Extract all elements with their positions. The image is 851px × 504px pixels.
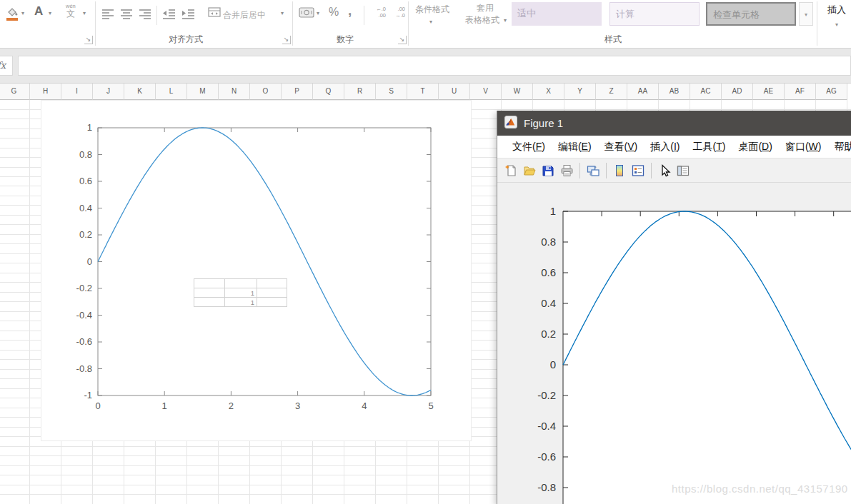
column-header-P[interactable]: P <box>282 84 313 100</box>
column-header-T[interactable]: T <box>407 84 439 100</box>
column-header-M[interactable]: M <box>187 84 219 100</box>
matlab-menu-7[interactable]: 窗口(W) <box>780 141 827 153</box>
svg-text:0.2: 0.2 <box>79 229 92 240</box>
column-header-J[interactable]: J <box>93 84 124 100</box>
watermark-text: https://blog.csdn.net/qq_43157190 <box>672 483 848 495</box>
matlab-menu-8[interactable]: 帮助(H) <box>828 141 851 153</box>
phonetic-dropdown-icon[interactable]: ▾ <box>83 10 86 16</box>
link-plot-button[interactable] <box>584 161 602 180</box>
svg-text:0.2: 0.2 <box>541 328 556 340</box>
number-group-label: 数字 <box>317 34 374 46</box>
matlab-menu-1[interactable]: 文件(F) <box>507 141 551 153</box>
svg-text:-0.2: -0.2 <box>537 389 556 401</box>
formula-input[interactable] <box>18 56 851 76</box>
overlay-table-cell <box>194 288 225 298</box>
matlab-figure-canvas[interactable]: 10.80.60.40.20-0.2-0.4-0.6-0.8 https://b… <box>497 183 851 504</box>
column-header-H[interactable]: H <box>30 84 61 100</box>
column-header-AF[interactable]: AF <box>785 84 816 100</box>
percent-style-button[interactable]: % <box>329 6 339 19</box>
column-header-X[interactable]: X <box>533 84 564 100</box>
insert-cells-button[interactable]: 插入 ▾ <box>824 4 850 28</box>
matlab-menu-2[interactable]: 编辑(E) <box>552 141 597 153</box>
overlay-table-row <box>194 279 287 288</box>
column-header-N[interactable]: N <box>219 84 250 100</box>
save-figure-button[interactable] <box>539 161 557 180</box>
increase-indent-button[interactable] <box>181 9 195 22</box>
align-center-button[interactable] <box>120 9 133 22</box>
excel-embedded-chart-object[interactable]: 01234510.80.60.40.20-0.2-0.4-0.6-0.8-1 1… <box>41 100 472 441</box>
decrease-indent-button[interactable] <box>162 9 176 22</box>
column-header-Y[interactable]: Y <box>564 84 596 100</box>
edit-plot-button[interactable] <box>655 161 674 180</box>
svg-text:1: 1 <box>550 205 556 217</box>
fill-color-dropdown-icon[interactable]: ▾ <box>21 10 24 16</box>
column-header-U[interactable]: U <box>439 84 470 100</box>
matlab-menu-3[interactable]: 查看(V) <box>599 141 644 153</box>
column-header-K[interactable]: K <box>124 84 156 100</box>
insert-function-button[interactable]: fx <box>0 56 13 76</box>
column-header-AE[interactable]: AE <box>753 84 785 100</box>
comma-style-button[interactable]: , <box>348 3 352 19</box>
matlab-menu-5[interactable]: 工具(T) <box>687 141 732 153</box>
overlay-table-row: 1 <box>194 298 287 307</box>
insert-legend-button[interactable] <box>629 161 647 180</box>
cell-styles-gallery: 适中计算检查单元格▾ <box>512 2 815 26</box>
column-header-L[interactable]: L <box>156 84 187 100</box>
cell-style-option-2[interactable]: 计算 <box>609 2 700 26</box>
formula-bar-row: fx <box>0 49 851 84</box>
column-header-I[interactable]: I <box>61 84 93 100</box>
fill-color-button[interactable] <box>4 6 20 26</box>
svg-text:0.8: 0.8 <box>79 149 92 160</box>
accounting-dropdown-icon[interactable]: ▾ <box>317 10 319 16</box>
matlab-menu-6[interactable]: 桌面(D) <box>732 141 777 153</box>
merge-center-icon[interactable] <box>208 7 221 20</box>
font-color-dropdown-icon[interactable]: ▾ <box>49 10 51 16</box>
svg-text:0.4: 0.4 <box>541 297 556 309</box>
merge-center-dropdown-icon[interactable]: ▾ <box>281 10 284 16</box>
svg-text:-0.6: -0.6 <box>537 450 556 463</box>
svg-text:-0.4: -0.4 <box>537 420 556 432</box>
toolbar-separator <box>606 163 607 178</box>
svg-text:-0.8: -0.8 <box>537 481 556 493</box>
column-header-AC[interactable]: AC <box>690 84 722 100</box>
font-color-button[interactable]: A <box>34 4 43 19</box>
merge-center-button[interactable]: 合并后居中 <box>223 9 266 21</box>
column-header-S[interactable]: S <box>376 84 407 100</box>
align-left-button[interactable] <box>101 9 114 22</box>
overlay-table-cell <box>257 279 287 288</box>
print-figure-button[interactable] <box>557 161 576 180</box>
insert-colorbar-button[interactable] <box>610 161 629 180</box>
plot-browser-button[interactable] <box>674 161 692 180</box>
column-header-AB[interactable]: AB <box>659 84 690 100</box>
matlab-menu-4[interactable]: 插入(I) <box>645 141 685 153</box>
accounting-format-button[interactable] <box>299 6 314 21</box>
svg-text:0.4: 0.4 <box>79 203 92 213</box>
chart-overlay-table[interactable]: 11 <box>194 278 287 307</box>
overlay-table-cell <box>225 279 257 288</box>
font-dialog-launcher[interactable]: ↘ <box>84 36 93 44</box>
matlab-titlebar[interactable]: Figure 1 <box>497 111 851 136</box>
column-header-O[interactable]: O <box>250 84 282 100</box>
cell-style-option-3[interactable]: 检查单元格 <box>706 2 796 26</box>
column-header-W[interactable]: W <box>502 84 533 100</box>
alignment-dialog-launcher[interactable]: ↘ <box>282 36 291 44</box>
cell-style-option-1[interactable]: 适中 <box>512 2 602 26</box>
column-header-R[interactable]: R <box>344 84 376 100</box>
column-header-Q[interactable]: Q <box>313 84 344 100</box>
matlab-figure-window[interactable]: Figure 1 文件(F)编辑(E)查看(V)插入(I)工具(T)桌面(D)窗… <box>497 111 851 504</box>
column-header-G[interactable]: G <box>0 84 30 100</box>
open-file-button[interactable] <box>520 161 539 180</box>
style-gallery-more-button[interactable]: ▾ <box>799 2 813 26</box>
align-right-button[interactable] <box>139 9 151 22</box>
column-header-AD[interactable]: AD <box>722 84 753 100</box>
column-headers: GHIJKLMNOPQRSTUVWXYZAAABACADAEAFAG <box>0 84 847 100</box>
column-header-AA[interactable]: AA <box>627 84 659 100</box>
column-header-AG[interactable]: AG <box>816 84 847 100</box>
phonetic-guide-button[interactable]: wén 文 <box>66 4 76 19</box>
column-header-V[interactable]: V <box>470 84 502 100</box>
column-header-Z[interactable]: Z <box>596 84 627 100</box>
svg-text:-0.4: -0.4 <box>76 310 92 321</box>
number-dialog-launcher[interactable]: ↘ <box>398 36 407 44</box>
new-figure-button[interactable] <box>502 161 520 180</box>
overlay-table-cell <box>257 298 287 307</box>
